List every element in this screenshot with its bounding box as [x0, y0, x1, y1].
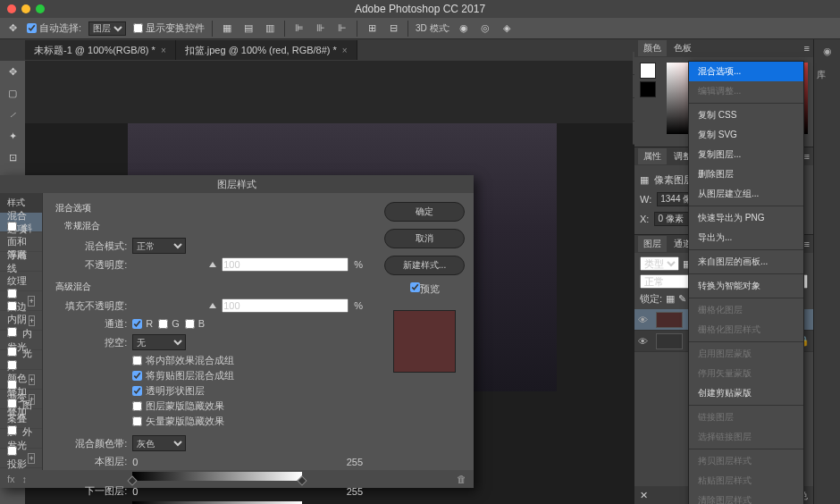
blend-if-select[interactable]: 灰色 — [132, 435, 186, 451]
close-tab-icon[interactable]: × — [342, 46, 348, 55]
align-icon[interactable]: ▥ — [263, 21, 277, 36]
distribute-icon[interactable]: ⊞ — [365, 21, 379, 36]
document-tab[interactable]: 未标题-1 @ 100%(RGB/8) *× — [25, 40, 176, 60]
blend-clipped-checkbox[interactable]: 将剪贴图层混合成组 — [132, 369, 363, 382]
show-transform-checkbox[interactable]: 显示变换控件 — [133, 21, 205, 35]
style-list-item[interactable]: 等高线 — [0, 252, 42, 272]
channel-g-checkbox[interactable]: G — [158, 318, 180, 329]
section-title: 高级混合 — [55, 281, 363, 293]
visibility-icon[interactable]: 👁 — [638, 336, 651, 347]
context-menu-item[interactable]: 从图层建立组... — [689, 184, 803, 204]
color-tab[interactable]: 颜色 — [638, 40, 667, 56]
knockout-select[interactable]: 无 — [132, 334, 186, 350]
panel-menu-icon[interactable]: ≡ — [804, 151, 810, 162]
close-tab-icon[interactable]: × — [161, 46, 166, 55]
context-menu-item[interactable]: 转换为智能对象 — [689, 276, 803, 296]
slider-handle-icon[interactable] — [209, 303, 216, 308]
auto-select-mode[interactable]: 图层 — [88, 21, 126, 36]
cancel-button[interactable]: 取消 — [384, 229, 465, 248]
minimize-icon[interactable] — [21, 4, 30, 13]
fill-opacity-label: 填充不透明度: — [64, 299, 127, 313]
dialog-title: 图层样式 — [0, 175, 474, 193]
panel-menu-icon[interactable]: ≡ — [804, 43, 810, 54]
context-menu-item: 停用矢量蒙版 — [689, 364, 803, 383]
lock-icon[interactable]: ▦ — [666, 293, 675, 305]
context-menu-item[interactable]: 复制 CSS — [689, 105, 803, 125]
lock-icon[interactable]: ✎ — [678, 293, 686, 305]
blend-mode-select[interactable]: 正常 — [132, 238, 186, 254]
layer-thumb — [656, 312, 683, 328]
add-icon[interactable]: + — [29, 315, 35, 326]
align-icon[interactable]: ⊫ — [292, 21, 307, 36]
properties-tab[interactable]: 属性 — [638, 148, 667, 164]
3d-icon[interactable]: ◈ — [500, 21, 514, 36]
panel-dock: ◉ 库 — [813, 39, 840, 504]
close-icon[interactable] — [7, 4, 16, 13]
channels-label: 通道: — [64, 317, 127, 331]
swatches-tab[interactable]: 色板 — [668, 40, 697, 56]
context-menu-item[interactable]: 快速导出为 PNG — [689, 208, 803, 228]
context-menu-item: 编辑调整... — [689, 81, 803, 101]
context-menu-item[interactable]: 来自图层的画板... — [689, 252, 803, 272]
width-label: W: — [640, 194, 651, 205]
auto-select-checkbox[interactable]: 自动选择: — [27, 21, 81, 35]
slider-handle-icon[interactable] — [209, 262, 216, 267]
lasso-tool-icon[interactable]: ⟋ — [0, 104, 25, 125]
x-label: X: — [640, 214, 649, 224]
background-color[interactable] — [640, 81, 656, 97]
vector-mask-hides-checkbox[interactable]: 矢量蒙版隐藏效果 — [132, 415, 363, 428]
context-menu-item[interactable]: 删除图层 — [689, 164, 803, 184]
add-icon[interactable]: + — [29, 374, 35, 385]
subsection-title: 常规混合 — [64, 220, 363, 232]
move-tool-icon[interactable]: ✥ — [5, 21, 20, 36]
maximize-icon[interactable] — [36, 4, 45, 13]
fx-icon[interactable]: fx — [7, 474, 15, 484]
channel-b-checkbox[interactable]: B — [185, 318, 205, 329]
new-style-button[interactable]: 新建样式... — [384, 256, 465, 275]
context-menu-item[interactable]: 混合选项... — [689, 62, 803, 81]
opacity-input[interactable] — [222, 257, 349, 272]
layers-tab[interactable]: 图层 — [638, 236, 667, 252]
panel-menu-icon[interactable]: ≡ — [804, 239, 810, 249]
align-icon[interactable]: ▤ — [241, 21, 256, 36]
visibility-icon[interactable]: 👁 — [638, 315, 651, 325]
channel-r-checkbox[interactable]: R — [132, 318, 153, 329]
document-tab[interactable]: 扣篮.jpeg @ 100% (red, RGB/8#) *× — [176, 40, 357, 60]
context-menu-item[interactable]: 导出为... — [689, 228, 803, 248]
context-menu-item[interactable]: 创建剪贴蒙版 — [689, 383, 803, 403]
style-list-item[interactable]: 投影+ — [0, 449, 42, 468]
trash-icon[interactable]: 🗑 — [457, 474, 466, 484]
preview-checkbox[interactable]: 预览 — [410, 282, 440, 296]
move-tool-icon[interactable]: ✥ — [0, 61, 25, 82]
add-icon[interactable]: + — [28, 453, 35, 464]
this-layer-slider[interactable] — [132, 472, 302, 481]
ok-button[interactable]: 确定 — [384, 202, 465, 222]
context-menu-item[interactable]: 复制图层... — [689, 145, 803, 164]
align-icon[interactable]: ⊪ — [314, 21, 328, 36]
context-menu-item[interactable]: 复制 SVG — [689, 125, 803, 145]
wand-tool-icon[interactable]: ✦ — [0, 125, 25, 147]
marquee-tool-icon[interactable]: ▢ — [0, 82, 25, 104]
options-bar: ✥ 自动选择: 图层 显示变换控件 ▦ ▤ ▥ ⊫ ⊪ ⊩ ⊞ ⊟ 3D 模式:… — [0, 18, 840, 39]
align-icon[interactable]: ⊩ — [335, 21, 349, 36]
foreground-color[interactable] — [640, 63, 656, 79]
cc-library-icon[interactable]: ◉ — [814, 39, 840, 63]
opacity-label: 不透明度: — [64, 258, 127, 272]
3d-icon[interactable]: ◉ — [457, 21, 471, 36]
blend-interior-checkbox[interactable]: 将内部效果混合成组 — [132, 354, 363, 367]
mask-hides-checkbox[interactable]: 图层蒙版隐藏效果 — [132, 399, 363, 413]
transparency-shapes-checkbox[interactable]: 透明形状图层 — [132, 384, 363, 398]
layer-filter-kind[interactable]: 类型 — [640, 256, 679, 271]
3d-icon[interactable]: ◎ — [478, 21, 492, 36]
window-controls — [0, 4, 45, 13]
context-menu-item: 链接图层 — [689, 407, 803, 427]
fill-opacity-input[interactable] — [222, 298, 349, 313]
crop-tool-icon[interactable]: ⊡ — [0, 147, 25, 168]
align-icon[interactable]: ▦ — [220, 21, 234, 36]
context-menu-item: 栅格化图层样式 — [689, 320, 803, 340]
distribute-icon[interactable]: ⊟ — [386, 21, 400, 36]
arrow-icon[interactable]: ↕ — [22, 474, 28, 484]
title-bar: Adobe Photoshop CC 2017 — [0, 0, 840, 18]
add-icon[interactable]: + — [28, 296, 35, 307]
cancel-icon[interactable]: ✕ — [640, 490, 648, 501]
